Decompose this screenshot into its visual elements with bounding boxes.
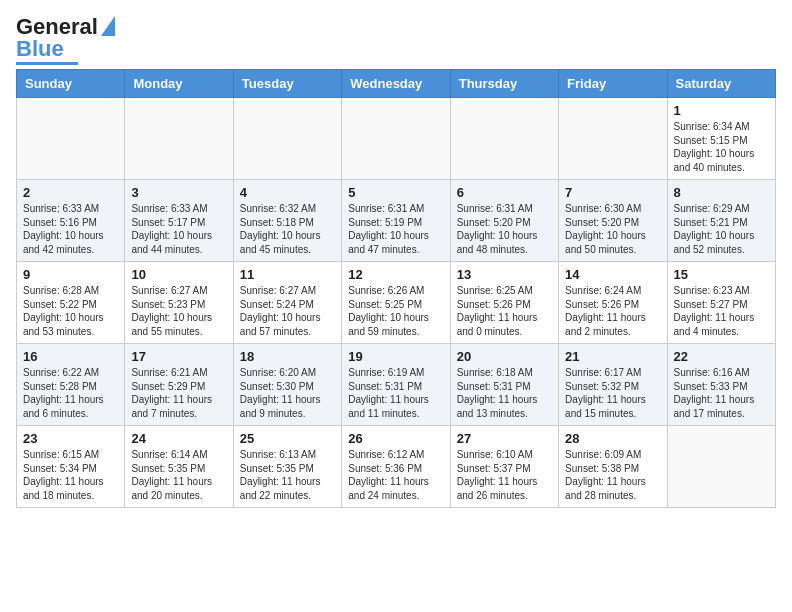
day-info: Sunrise: 6:12 AMSunset: 5:36 PMDaylight:…	[348, 448, 443, 502]
day-info: Sunrise: 6:28 AMSunset: 5:22 PMDaylight:…	[23, 284, 118, 338]
calendar-day-9: 9Sunrise: 6:28 AMSunset: 5:22 PMDaylight…	[17, 262, 125, 344]
day-info: Sunrise: 6:31 AMSunset: 5:20 PMDaylight:…	[457, 202, 552, 256]
day-number: 7	[565, 185, 660, 200]
calendar-day-empty	[233, 98, 341, 180]
calendar-day-22: 22Sunrise: 6:16 AMSunset: 5:33 PMDayligh…	[667, 344, 775, 426]
calendar-day-empty	[125, 98, 233, 180]
calendar-day-28: 28Sunrise: 6:09 AMSunset: 5:38 PMDayligh…	[559, 426, 667, 508]
day-number: 22	[674, 349, 769, 364]
calendar-day-27: 27Sunrise: 6:10 AMSunset: 5:37 PMDayligh…	[450, 426, 558, 508]
day-number: 16	[23, 349, 118, 364]
day-number: 18	[240, 349, 335, 364]
day-number: 5	[348, 185, 443, 200]
calendar-day-1: 1Sunrise: 6:34 AMSunset: 5:15 PMDaylight…	[667, 98, 775, 180]
calendar-day-7: 7Sunrise: 6:30 AMSunset: 5:20 PMDaylight…	[559, 180, 667, 262]
weekday-header-monday: Monday	[125, 70, 233, 98]
weekday-header-saturday: Saturday	[667, 70, 775, 98]
calendar-day-19: 19Sunrise: 6:19 AMSunset: 5:31 PMDayligh…	[342, 344, 450, 426]
day-info: Sunrise: 6:10 AMSunset: 5:37 PMDaylight:…	[457, 448, 552, 502]
day-number: 2	[23, 185, 118, 200]
day-info: Sunrise: 6:21 AMSunset: 5:29 PMDaylight:…	[131, 366, 226, 420]
day-info: Sunrise: 6:32 AMSunset: 5:18 PMDaylight:…	[240, 202, 335, 256]
day-number: 21	[565, 349, 660, 364]
calendar-day-13: 13Sunrise: 6:25 AMSunset: 5:26 PMDayligh…	[450, 262, 558, 344]
day-info: Sunrise: 6:18 AMSunset: 5:31 PMDaylight:…	[457, 366, 552, 420]
day-number: 6	[457, 185, 552, 200]
day-info: Sunrise: 6:17 AMSunset: 5:32 PMDaylight:…	[565, 366, 660, 420]
calendar-day-24: 24Sunrise: 6:14 AMSunset: 5:35 PMDayligh…	[125, 426, 233, 508]
calendar-day-21: 21Sunrise: 6:17 AMSunset: 5:32 PMDayligh…	[559, 344, 667, 426]
calendar-day-5: 5Sunrise: 6:31 AMSunset: 5:19 PMDaylight…	[342, 180, 450, 262]
day-info: Sunrise: 6:25 AMSunset: 5:26 PMDaylight:…	[457, 284, 552, 338]
calendar-day-empty	[450, 98, 558, 180]
day-number: 12	[348, 267, 443, 282]
day-number: 23	[23, 431, 118, 446]
calendar-day-2: 2Sunrise: 6:33 AMSunset: 5:16 PMDaylight…	[17, 180, 125, 262]
day-number: 26	[348, 431, 443, 446]
calendar-day-26: 26Sunrise: 6:12 AMSunset: 5:36 PMDayligh…	[342, 426, 450, 508]
logo-triangle-icon	[101, 16, 115, 36]
day-info: Sunrise: 6:23 AMSunset: 5:27 PMDaylight:…	[674, 284, 769, 338]
weekday-header-sunday: Sunday	[17, 70, 125, 98]
calendar-day-3: 3Sunrise: 6:33 AMSunset: 5:17 PMDaylight…	[125, 180, 233, 262]
calendar-day-15: 15Sunrise: 6:23 AMSunset: 5:27 PMDayligh…	[667, 262, 775, 344]
day-number: 24	[131, 431, 226, 446]
calendar-day-16: 16Sunrise: 6:22 AMSunset: 5:28 PMDayligh…	[17, 344, 125, 426]
day-info: Sunrise: 6:20 AMSunset: 5:30 PMDaylight:…	[240, 366, 335, 420]
day-info: Sunrise: 6:34 AMSunset: 5:15 PMDaylight:…	[674, 120, 769, 174]
calendar-day-6: 6Sunrise: 6:31 AMSunset: 5:20 PMDaylight…	[450, 180, 558, 262]
weekday-header-tuesday: Tuesday	[233, 70, 341, 98]
day-number: 4	[240, 185, 335, 200]
day-number: 3	[131, 185, 226, 200]
calendar-day-empty	[342, 98, 450, 180]
calendar-day-25: 25Sunrise: 6:13 AMSunset: 5:35 PMDayligh…	[233, 426, 341, 508]
day-number: 11	[240, 267, 335, 282]
calendar-day-8: 8Sunrise: 6:29 AMSunset: 5:21 PMDaylight…	[667, 180, 775, 262]
calendar-week-row: 23Sunrise: 6:15 AMSunset: 5:34 PMDayligh…	[17, 426, 776, 508]
weekday-header-wednesday: Wednesday	[342, 70, 450, 98]
calendar-day-11: 11Sunrise: 6:27 AMSunset: 5:24 PMDayligh…	[233, 262, 341, 344]
day-info: Sunrise: 6:13 AMSunset: 5:35 PMDaylight:…	[240, 448, 335, 502]
day-number: 8	[674, 185, 769, 200]
day-info: Sunrise: 6:14 AMSunset: 5:35 PMDaylight:…	[131, 448, 226, 502]
calendar-day-10: 10Sunrise: 6:27 AMSunset: 5:23 PMDayligh…	[125, 262, 233, 344]
day-number: 9	[23, 267, 118, 282]
calendar-day-4: 4Sunrise: 6:32 AMSunset: 5:18 PMDaylight…	[233, 180, 341, 262]
day-number: 15	[674, 267, 769, 282]
calendar-day-empty	[559, 98, 667, 180]
calendar-week-row: 1Sunrise: 6:34 AMSunset: 5:15 PMDaylight…	[17, 98, 776, 180]
day-number: 10	[131, 267, 226, 282]
weekday-header-thursday: Thursday	[450, 70, 558, 98]
calendar-day-12: 12Sunrise: 6:26 AMSunset: 5:25 PMDayligh…	[342, 262, 450, 344]
day-info: Sunrise: 6:27 AMSunset: 5:24 PMDaylight:…	[240, 284, 335, 338]
day-info: Sunrise: 6:15 AMSunset: 5:34 PMDaylight:…	[23, 448, 118, 502]
weekday-header-friday: Friday	[559, 70, 667, 98]
day-info: Sunrise: 6:26 AMSunset: 5:25 PMDaylight:…	[348, 284, 443, 338]
day-number: 28	[565, 431, 660, 446]
calendar-week-row: 9Sunrise: 6:28 AMSunset: 5:22 PMDaylight…	[17, 262, 776, 344]
logo-general: General	[16, 16, 98, 38]
calendar-day-empty	[667, 426, 775, 508]
calendar-day-empty	[17, 98, 125, 180]
day-info: Sunrise: 6:27 AMSunset: 5:23 PMDaylight:…	[131, 284, 226, 338]
day-info: Sunrise: 6:24 AMSunset: 5:26 PMDaylight:…	[565, 284, 660, 338]
page-header: General Blue	[16, 16, 776, 65]
logo-blue: Blue	[16, 38, 64, 60]
calendar-day-14: 14Sunrise: 6:24 AMSunset: 5:26 PMDayligh…	[559, 262, 667, 344]
day-number: 19	[348, 349, 443, 364]
day-info: Sunrise: 6:16 AMSunset: 5:33 PMDaylight:…	[674, 366, 769, 420]
day-info: Sunrise: 6:31 AMSunset: 5:19 PMDaylight:…	[348, 202, 443, 256]
day-info: Sunrise: 6:33 AMSunset: 5:17 PMDaylight:…	[131, 202, 226, 256]
day-info: Sunrise: 6:09 AMSunset: 5:38 PMDaylight:…	[565, 448, 660, 502]
calendar-week-row: 2Sunrise: 6:33 AMSunset: 5:16 PMDaylight…	[17, 180, 776, 262]
calendar-week-row: 16Sunrise: 6:22 AMSunset: 5:28 PMDayligh…	[17, 344, 776, 426]
calendar-table: SundayMondayTuesdayWednesdayThursdayFrid…	[16, 69, 776, 508]
logo: General Blue	[16, 16, 115, 65]
day-info: Sunrise: 6:19 AMSunset: 5:31 PMDaylight:…	[348, 366, 443, 420]
day-number: 1	[674, 103, 769, 118]
day-number: 25	[240, 431, 335, 446]
day-number: 14	[565, 267, 660, 282]
calendar-header-row: SundayMondayTuesdayWednesdayThursdayFrid…	[17, 70, 776, 98]
day-info: Sunrise: 6:30 AMSunset: 5:20 PMDaylight:…	[565, 202, 660, 256]
day-number: 20	[457, 349, 552, 364]
